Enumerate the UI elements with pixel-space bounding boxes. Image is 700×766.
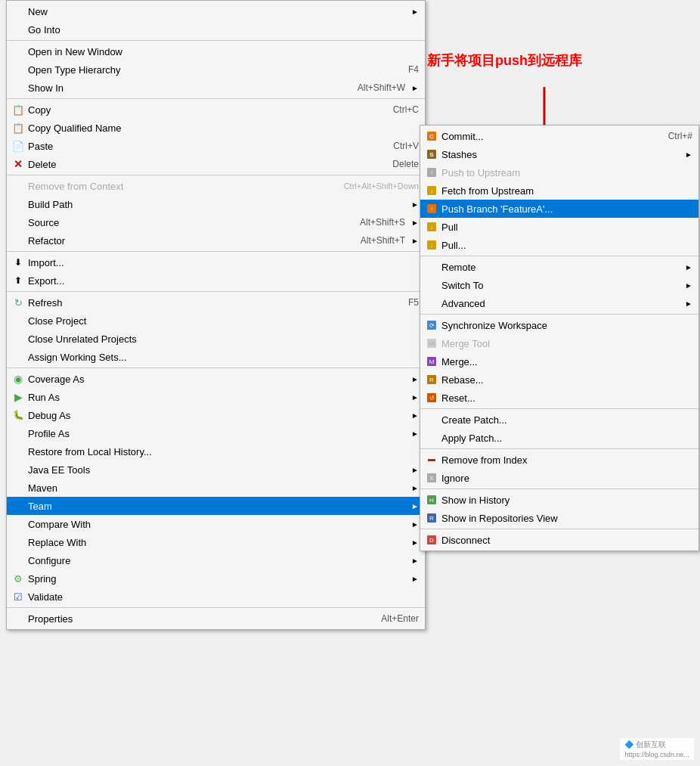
menu-item-merge-tool[interactable]: M Merge Tool <box>420 334 698 352</box>
menu-item-rebase[interactable]: R Rebase... <box>420 371 698 389</box>
configure-arrow: ► <box>411 557 419 565</box>
menu-item-go-into[interactable]: Go Into <box>7 20 425 39</box>
remove-from-context-shortcut: Ctrl+Alt+Shift+Down <box>344 181 419 191</box>
pull-dots-icon: ↓ <box>425 238 438 252</box>
menu-item-source[interactable]: Source Alt+Shift+S ► <box>7 213 425 231</box>
refresh-shortcut: F5 <box>408 297 419 308</box>
menu-item-merge[interactable]: M Merge... <box>420 352 698 371</box>
menu-item-fetch-upstream[interactable]: ↓ Fetch from Upstream <box>420 181 698 200</box>
menu-item-show-in-repos[interactable]: R Show in Repositories View <box>420 509 698 527</box>
menu-item-apply-patch[interactable]: Apply Patch... <box>420 429 698 447</box>
team-label: Team <box>28 501 405 512</box>
menu-item-validate[interactable]: ☑ Validate <box>7 588 425 606</box>
menu-item-spring[interactable]: ⚙ Spring ► <box>7 569 425 588</box>
menu-item-copy-qualified-name[interactable]: 📋 Copy Qualified Name <box>7 119 425 137</box>
coverage-as-label: Coverage As <box>28 374 405 385</box>
spring-arrow: ► <box>411 575 419 583</box>
menu-item-run-as[interactable]: ▶ Run As ► <box>7 388 425 406</box>
menu-item-remove-from-context[interactable]: Remove from Context Ctrl+Alt+Shift+Down <box>7 177 425 195</box>
sep5 <box>7 291 425 292</box>
menu-item-java-ee-tools[interactable]: Java EE Tools ► <box>7 461 425 479</box>
replace-with-icon <box>11 535 25 549</box>
menu-item-close-unrelated-projects[interactable]: Close Unrelated Projects <box>7 330 425 348</box>
menu-item-refresh[interactable]: ↻ Refresh F5 <box>7 293 425 312</box>
menu-item-team[interactable]: Team ► <box>7 497 425 515</box>
menu-item-coverage-as[interactable]: ◉ Coverage As ► <box>7 370 425 388</box>
replace-with-label: Replace With <box>28 537 405 548</box>
svg-text:D: D <box>429 537 434 544</box>
menu-item-close-project[interactable]: Close Project <box>7 312 425 330</box>
menu-item-properties[interactable]: Properties Alt+Enter <box>7 609 425 628</box>
menu-item-pull-dots[interactable]: ↓ Pull... <box>420 236 698 254</box>
menu-item-paste[interactable]: 📄 Paste Ctrl+V <box>7 137 425 155</box>
menu-item-assign-working-sets[interactable]: Assign Working Sets... <box>7 348 425 366</box>
show-in-icon <box>11 81 25 95</box>
svg-text:R: R <box>429 515 434 522</box>
source-icon <box>11 216 25 229</box>
menu-item-remove-from-index[interactable]: Remove from Index <box>420 451 698 469</box>
open-new-window-label: Open in New Window <box>28 46 419 57</box>
menu-item-refactor[interactable]: Refactor Alt+Shift+T ► <box>7 231 425 250</box>
coverage-as-icon: ◉ <box>11 372 25 386</box>
source-arrow: ► <box>411 219 419 227</box>
menu-item-open-type-hierarchy[interactable]: Open Type Hierarchy F4 <box>7 60 425 79</box>
menu-item-reset[interactable]: ↺ Reset... <box>420 389 698 407</box>
right-sep5 <box>420 488 698 489</box>
menu-item-sync-workspace[interactable]: ⟳ Synchronize Workspace <box>420 316 698 334</box>
create-patch-icon <box>425 413 438 426</box>
menu-item-copy[interactable]: 📋 Copy Ctrl+C <box>7 101 425 119</box>
right-sep1 <box>420 256 698 256</box>
right-sep3 <box>420 408 698 409</box>
menu-item-open-new-window[interactable]: Open in New Window <box>7 42 425 60</box>
sync-workspace-icon: ⟳ <box>425 318 438 332</box>
menu-item-advanced[interactable]: Advanced ► <box>420 294 698 312</box>
menu-item-commit[interactable]: C Commit... Ctrl+# <box>420 127 698 145</box>
menu-item-switch-to[interactable]: Switch To ► <box>420 276 698 294</box>
menu-item-create-patch[interactable]: Create Patch... <box>420 411 698 429</box>
svg-text:C: C <box>429 133 434 140</box>
menu-item-ignore[interactable]: X Ignore <box>420 469 698 487</box>
maven-arrow: ► <box>411 484 419 492</box>
menu-item-build-path[interactable]: Build Path ► <box>7 195 425 213</box>
menu-item-profile-as[interactable]: Profile As ► <box>7 424 425 442</box>
menu-item-disconnect[interactable]: D Disconnect <box>420 531 698 549</box>
menu-item-push-branch[interactable]: ↑ Push Branch 'FeatureA'... <box>420 200 698 218</box>
menu-item-delete[interactable]: ✕ Delete Delete <box>7 155 425 173</box>
menu-item-maven[interactable]: Maven ► <box>7 479 425 497</box>
copy-label: Copy <box>28 104 378 116</box>
create-patch-label: Create Patch... <box>441 414 692 426</box>
profile-as-icon <box>11 426 25 440</box>
stashes-arrow: ► <box>685 150 692 159</box>
delete-icon: ✕ <box>11 157 25 171</box>
close-unrelated-icon <box>11 332 25 346</box>
menu-item-show-in-history[interactable]: H Show in History <box>420 491 698 509</box>
menu-item-export[interactable]: ⬆ Export... <box>7 271 425 290</box>
debug-as-label: Debug As <box>28 410 405 421</box>
menu-item-configure[interactable]: Configure ► <box>7 551 425 569</box>
new-arrow: ► <box>411 8 419 16</box>
menu-item-import[interactable]: ⬇ Import... <box>7 253 425 271</box>
menu-item-stashes[interactable]: S Stashes ► <box>420 145 698 163</box>
menu-item-debug-as[interactable]: 🐛 Debug As ► <box>7 406 425 424</box>
menu-item-restore-local-history[interactable]: Restore from Local History... <box>7 442 425 461</box>
show-in-history-icon: H <box>425 493 438 507</box>
menu-item-push-upstream[interactable]: ↑ Push to Upstream <box>420 163 698 181</box>
left-context-menu: New ► Go Into Open in New Window Open Ty… <box>6 0 426 630</box>
menu-item-remote[interactable]: Remote ► <box>420 258 698 276</box>
apply-patch-label: Apply Patch... <box>441 433 692 444</box>
menu-item-pull[interactable]: ↓ Pull <box>420 218 698 236</box>
svg-text:M: M <box>429 340 435 347</box>
menu-item-new[interactable]: New ► <box>7 2 425 20</box>
new-label: New <box>28 6 405 17</box>
menu-item-compare-with[interactable]: Compare With ► <box>7 515 425 533</box>
merge-icon: M <box>425 355 438 368</box>
watermark-url: https://blog.csdn.ne... <box>624 751 689 758</box>
right-sep2 <box>420 314 698 315</box>
copy-qualified-name-icon: 📋 <box>11 121 25 135</box>
build-path-icon <box>11 197 25 211</box>
copy-icon: 📋 <box>11 103 25 116</box>
fetch-upstream-icon: ↓ <box>425 184 438 197</box>
menu-item-show-in[interactable]: Show In Alt+Shift+W ► <box>7 79 425 97</box>
new-icon <box>11 5 25 18</box>
menu-item-replace-with[interactable]: Replace With ► <box>7 533 425 551</box>
